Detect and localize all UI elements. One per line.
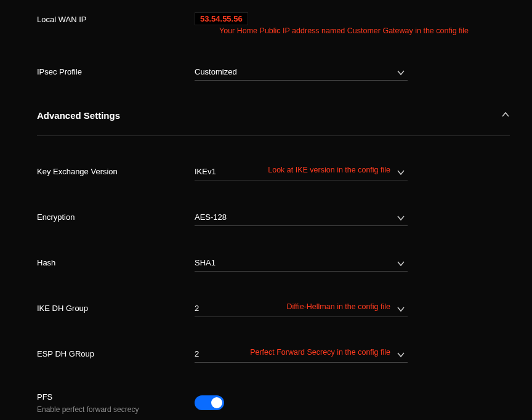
row-key-exchange: Key Exchange Version IKEv1 Look at IKE v… <box>37 164 510 180</box>
ike-dh-note: Diffie-Hellman in the config file <box>286 302 390 311</box>
label-local-wan-ip: Local WAN IP <box>37 12 195 24</box>
label-encryption: Encryption <box>37 210 195 222</box>
key-exchange-select[interactable]: IKEv1 Look at IKE version in the config … <box>195 164 408 180</box>
hash-value: SHA1 <box>195 258 216 267</box>
encryption-value: AES-128 <box>195 212 227 222</box>
chevron-down-icon <box>397 68 405 79</box>
esp-dh-value: 2 <box>195 349 199 358</box>
ipsec-profile-select[interactable]: Customized <box>195 65 408 81</box>
chevron-up-icon <box>501 110 510 121</box>
ipsec-profile-value: Customized <box>195 67 237 76</box>
pfs-toggle[interactable] <box>195 395 224 410</box>
advanced-settings-title: Advanced Settings <box>37 110 120 121</box>
esp-dh-note: Perfect Forward Secrecy in the config fi… <box>250 348 390 357</box>
hash-select[interactable]: SHA1 <box>195 256 408 272</box>
ike-dh-select[interactable]: 2 Diffie-Hellman in the config file <box>195 301 408 317</box>
row-pfs: PFS Enable perfect forward secrecy <box>37 392 510 414</box>
row-hash: Hash SHA1 <box>37 256 510 272</box>
row-ike-dh: IKE DH Group 2 Diffie-Hellman in the con… <box>37 301 510 317</box>
key-exchange-note: Look at IKE version in the config file <box>268 166 390 174</box>
local-wan-ip-note: Your Home Public IP address named Custom… <box>219 26 469 35</box>
row-local-wan-ip: Local WAN IP 53.54.55.56 Your Home Publi… <box>37 12 510 35</box>
chevron-down-icon <box>397 259 405 270</box>
sub-pfs: Enable perfect forward secrecy <box>37 405 195 414</box>
toggle-knob <box>211 397 222 408</box>
chevron-down-icon <box>397 305 405 315</box>
ike-dh-value: 2 <box>195 304 199 313</box>
row-ipsec-profile: IPsec Profile Customized <box>37 65 510 81</box>
label-esp-dh: ESP DH GRoup <box>37 347 195 358</box>
label-ipsec-profile: IPsec Profile <box>37 65 195 76</box>
local-wan-ip-input[interactable]: 53.54.55.56 <box>195 12 248 25</box>
esp-dh-select[interactable]: 2 Perfect Forward Secrecy in the config … <box>195 347 408 363</box>
encryption-select[interactable]: AES-128 <box>195 210 408 226</box>
key-exchange-value: IKEv1 <box>195 167 216 176</box>
chevron-down-icon <box>397 214 405 224</box>
field-local-wan-ip: 53.54.55.56 Your Home Public IP address … <box>195 12 510 35</box>
label-hash: Hash <box>37 256 195 267</box>
row-encryption: Encryption AES-128 <box>37 210 510 226</box>
advanced-settings-header[interactable]: Advanced Settings <box>37 110 510 136</box>
label-ike-dh: IKE DH Group <box>37 301 195 313</box>
chevron-down-icon <box>397 168 405 179</box>
label-key-exchange: Key Exchange Version <box>37 164 195 176</box>
chevron-down-icon <box>397 350 405 361</box>
row-esp-dh: ESP DH GRoup 2 Perfect Forward Secrecy i… <box>37 347 510 363</box>
label-pfs: PFS <box>37 392 195 402</box>
